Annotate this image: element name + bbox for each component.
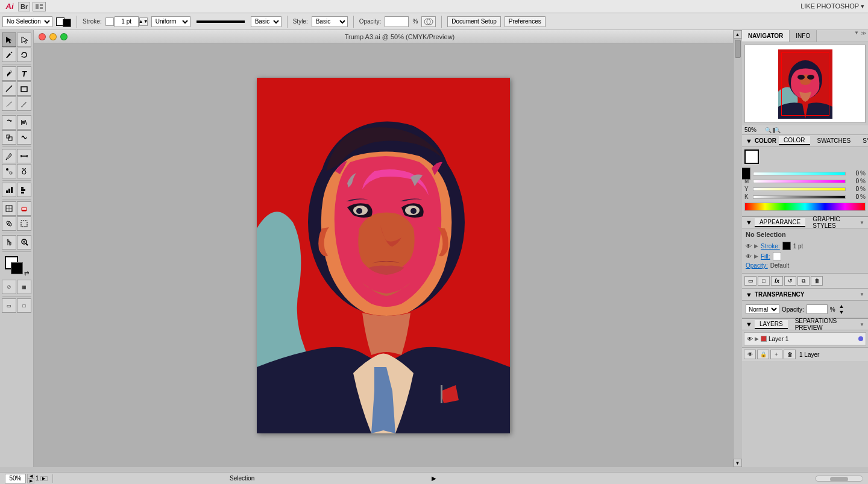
zoom-handle[interactable] — [773, 128, 775, 133]
navigator-options[interactable]: ▼ — [854, 30, 859, 42]
tab-navigator[interactable]: NAVIGATOR — [742, 30, 790, 42]
close-button[interactable] — [39, 33, 46, 40]
color-background[interactable] — [741, 168, 750, 180]
scroll-thumb[interactable] — [735, 40, 741, 58]
layer-new[interactable]: + — [770, 350, 782, 359]
magic-wand-tool[interactable] — [2, 48, 16, 62]
layer-visibility-icon[interactable]: 👁 — [747, 336, 753, 342]
tab-symbols[interactable]: SYMBOLS — [858, 137, 868, 145]
stroke-color[interactable] — [105, 17, 114, 26]
column-graph-tool[interactable] — [2, 183, 16, 197]
icon-fill-none[interactable]: ▭ — [744, 276, 756, 286]
preferences-button[interactable]: Preferences — [505, 16, 546, 27]
view-toggle[interactable] — [33, 2, 46, 11]
normal-screen-mode[interactable]: ▭ — [2, 298, 16, 313]
canvas-area[interactable]: Trump A3.ai @ 50% (CMYK/Preview) — [34, 30, 733, 467]
stroke-uniform[interactable]: Uniform — [151, 16, 190, 27]
stroke-eye-icon[interactable]: 👁 — [746, 243, 752, 250]
eyedropper-tool[interactable] — [2, 149, 16, 163]
y-slider[interactable] — [753, 187, 846, 191]
opacity-input[interactable]: 100 — [385, 16, 409, 27]
like-photoshop[interactable]: LIKE PHOTOSHOP ▾ — [800, 2, 864, 10]
prev-artboard[interactable]: ◀ — [27, 474, 34, 479]
zoom-status-input[interactable] — [5, 474, 26, 483]
zoom-tool[interactable] — [17, 235, 31, 250]
layers-collapse[interactable] — [746, 321, 752, 328]
scale-tool[interactable] — [2, 130, 16, 145]
opacity-icon[interactable] — [421, 16, 436, 27]
transparency-collapse[interactable] — [746, 291, 752, 298]
artboard-tool[interactable] — [17, 216, 31, 231]
zoom-out-btn[interactable]: 🔍 — [765, 127, 772, 133]
slice-tool[interactable] — [2, 201, 16, 216]
eraser-tool[interactable] — [17, 201, 31, 216]
scroll-down-button[interactable]: ▼ — [734, 459, 742, 467]
bar-graph-tool[interactable] — [17, 183, 31, 197]
scroll-up-button[interactable]: ▲ — [734, 30, 742, 39]
tab-color[interactable]: COLOR — [779, 136, 810, 145]
minimize-button[interactable] — [49, 33, 57, 40]
layers-options[interactable]: ▼ — [860, 322, 864, 327]
trans-opacity-arrows[interactable]: ▲▼ — [839, 303, 844, 315]
line-tool[interactable] — [2, 81, 16, 96]
lasso-tool[interactable] — [17, 48, 31, 62]
paintbrush-tool[interactable] — [2, 96, 16, 111]
appearance-options[interactable]: ▼ — [860, 220, 864, 225]
measure-tool[interactable] — [17, 149, 31, 163]
c-slider[interactable] — [753, 172, 846, 175]
blend-tool[interactable] — [2, 164, 16, 178]
direct-select-tool[interactable] — [17, 33, 31, 47]
stroke-box[interactable] — [63, 19, 71, 27]
blend-mode-select[interactable]: Normal Multiply Screen — [746, 304, 779, 314]
stroke-prop-label[interactable]: Stroke: — [761, 243, 780, 250]
layer-visibility-toggle[interactable]: 👁 — [744, 350, 756, 359]
artboard-arrow-right[interactable]: ▶ — [40, 476, 48, 481]
tab-layers[interactable]: LAYERS — [755, 320, 788, 329]
fill-eye-icon[interactable]: 👁 — [746, 253, 752, 260]
icon-stroke-none[interactable]: □ — [758, 276, 770, 286]
color-spectrum[interactable] — [744, 203, 866, 211]
layer-lock-icon[interactable]: ▶ — [755, 336, 759, 342]
selection-select[interactable]: No Selection — [2, 16, 52, 27]
layer-1-row[interactable]: 👁 ▶ Layer 1 — [744, 332, 866, 345]
status-play-icon[interactable]: ▶ — [432, 475, 436, 482]
maximize-button[interactable] — [60, 33, 68, 40]
layer-lock[interactable]: 🔒 — [757, 350, 769, 359]
fill-color-swatch[interactable] — [773, 252, 781, 260]
zoom-status-arrows[interactable]: ◀ ▶ — [27, 474, 34, 483]
fullscreen-mode[interactable]: □ — [17, 298, 31, 313]
document-setup-button[interactable]: Document Setup — [447, 16, 501, 27]
tab-graphic-styles[interactable]: GRAPHIC STYLES — [808, 215, 857, 230]
color-mode[interactable]: ▦ — [17, 280, 31, 294]
rotate-tool[interactable] — [2, 115, 16, 130]
scroll-indicator[interactable] — [815, 476, 863, 482]
hand-tool[interactable] — [2, 235, 16, 250]
color-foreground[interactable] — [744, 149, 759, 164]
fill-none[interactable]: ⊘ — [2, 280, 16, 294]
type-tool[interactable]: T — [17, 66, 31, 81]
layer-name[interactable]: Layer 1 — [769, 336, 857, 342]
tab-info[interactable]: INFO — [790, 30, 817, 42]
icon-delete[interactable]: 🗑 — [811, 276, 823, 286]
appearance-collapse[interactable] — [746, 219, 752, 226]
color-collapse[interactable] — [746, 137, 752, 145]
stroke-arrow-icon[interactable]: ▶ — [754, 243, 758, 249]
k-slider[interactable] — [753, 195, 846, 199]
icon-fx[interactable]: fx — [771, 276, 783, 286]
stroke-color-swatch[interactable] — [782, 242, 791, 250]
layer-delete[interactable]: 🗑 — [784, 350, 796, 359]
selection-tool[interactable] — [2, 33, 16, 47]
icon-new-effect[interactable]: ↺ — [784, 276, 796, 286]
style-select[interactable]: Basic — [251, 16, 281, 27]
reflect-tool[interactable] — [17, 115, 31, 130]
panel-collapse-nav[interactable]: ≫ — [859, 30, 868, 42]
swap-colors[interactable]: ⇄ — [24, 270, 29, 277]
fill-prop-label[interactable]: Fill: — [761, 253, 770, 260]
tab-appearance[interactable]: APPEARANCE — [755, 218, 805, 227]
rect-tool[interactable] — [17, 81, 31, 96]
next-artboard[interactable]: ▶ — [27, 479, 34, 483]
tab-sep-preview[interactable]: SEPARATIONS PREVIEW — [790, 317, 857, 332]
icon-duplicate[interactable]: ⧉ — [797, 276, 810, 286]
transparency-options[interactable]: ▼ — [860, 292, 864, 297]
style-value[interactable]: Basic — [312, 16, 348, 27]
